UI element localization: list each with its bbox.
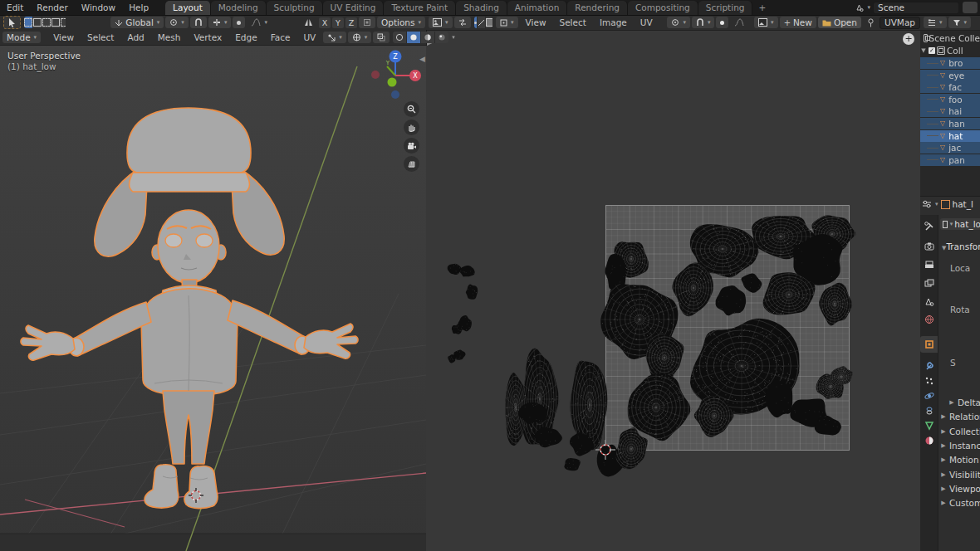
- scene-dropdown-arrow[interactable]: ▾: [867, 4, 870, 11]
- menu-render[interactable]: Render: [30, 0, 74, 15]
- browse-image-dropdown[interactable]: ▾: [754, 17, 778, 28]
- outliner-scene-collection[interactable]: Scene Colle: [920, 32, 980, 44]
- gizmo-z-neg[interactable]: [391, 90, 399, 99]
- uvmap-name-field[interactable]: UVMap: [880, 17, 920, 29]
- workspace-tab-animation[interactable]: Animation: [507, 1, 568, 15]
- properties-editor-icon[interactable]: [922, 200, 932, 208]
- gizmo-y-neg[interactable]: [388, 78, 397, 87]
- workspace-tab-scripting[interactable]: Scripting: [698, 1, 753, 15]
- mode-dropdown[interactable]: Mode▾: [2, 32, 41, 43]
- collection-checkbox[interactable]: ✓: [929, 47, 935, 54]
- snap-settings-dropdown[interactable]: ▾: [208, 17, 232, 28]
- properties-tab-particles[interactable]: [920, 373, 938, 389]
- properties-tab-world[interactable]: [920, 311, 938, 328]
- workspace-tab-compositing[interactable]: Compositing: [628, 1, 698, 15]
- options-dropdown[interactable]: Options▾: [377, 17, 425, 28]
- shading-dropdown-arrow[interactable]: ▾: [452, 34, 455, 41]
- show-overlays-dropdown[interactable]: ▾: [348, 32, 372, 43]
- proportional-falloff-dropdown[interactable]: ▾: [247, 17, 272, 28]
- shading-material-button[interactable]: [421, 32, 435, 43]
- select-set-button[interactable]: [24, 17, 33, 28]
- select-extend-button[interactable]: [33, 17, 42, 28]
- properties-tab-material[interactable]: [920, 432, 938, 449]
- workspace-tab-sculpting[interactable]: Sculpting: [267, 1, 323, 15]
- viewport-menu-uv[interactable]: UV: [296, 30, 322, 45]
- navigation-gizmo[interactable]: Z X Y: [371, 51, 421, 100]
- zoom-button[interactable]: [404, 101, 419, 117]
- outliner-object-jac[interactable]: ▽jac: [920, 142, 980, 154]
- viewport-menu-edge[interactable]: Edge: [228, 30, 263, 45]
- outliner-object-hat[interactable]: ▽hat: [920, 130, 980, 142]
- shading-rendered-button[interactable]: [435, 32, 448, 43]
- select-subtract-button[interactable]: [42, 17, 51, 28]
- snap-toggle-button[interactable]: [190, 17, 207, 28]
- select-intersect-button[interactable]: [61, 17, 66, 28]
- panel-instancin[interactable]: ▶Instancin: [940, 441, 980, 451]
- viewport-menu-vertex[interactable]: Vertex: [187, 30, 228, 45]
- properties-editor-dropdown[interactable]: ▾: [935, 201, 938, 207]
- uv-add-overlay-button[interactable]: +: [903, 33, 914, 45]
- pivot-point-dropdown[interactable]: ▾: [165, 17, 189, 28]
- panel-motion-pa[interactable]: ▶Motion Pa: [940, 455, 980, 465]
- new-scene-button[interactable]: [963, 2, 978, 13]
- viewport-3d[interactable]: Z X Y User Perspective (1) hat_low ◀: [0, 45, 427, 551]
- panel-custom-p[interactable]: ▶Custom P: [940, 498, 980, 508]
- properties-tab-object-data[interactable]: [920, 417, 938, 434]
- panel-delta-tr[interactable]: ▶Delta Tr: [948, 397, 980, 407]
- pin-image-icon[interactable]: [863, 17, 879, 28]
- uv-select-face-button[interactable]: [486, 17, 493, 28]
- viewport-menu-face[interactable]: Face: [264, 30, 297, 45]
- show-gizmo-dropdown[interactable]: ▾: [323, 32, 346, 43]
- viewport-menu-mesh[interactable]: Mesh: [151, 30, 188, 45]
- mirror-z-button[interactable]: Z: [345, 17, 357, 28]
- properties-tab-render[interactable]: [920, 238, 938, 255]
- panel-visibility[interactable]: ▶Visibility: [940, 470, 980, 480]
- xray-toggle-dropdown[interactable]: [373, 32, 390, 43]
- properties-tab-tool[interactable]: [920, 218, 938, 235]
- menu-help[interactable]: Help: [122, 0, 155, 15]
- mirror-x-button[interactable]: X: [319, 17, 331, 28]
- shading-solid-button[interactable]: [407, 32, 421, 43]
- open-image-button[interactable]: Open: [818, 17, 861, 28]
- uv-falloff-dropdown[interactable]: [730, 17, 748, 28]
- character-model[interactable]: [21, 108, 358, 509]
- panel-relations[interactable]: ▶Relations: [940, 412, 980, 422]
- outliner-object-eye[interactable]: ▽eye: [920, 70, 980, 81]
- uv-proportional-toggle[interactable]: [716, 17, 728, 28]
- viewport-menu-select[interactable]: Select: [81, 30, 120, 45]
- select-invert-button[interactable]: [51, 17, 61, 28]
- uv-select-edge-button[interactable]: [478, 17, 486, 28]
- toggle-perspective-button[interactable]: [404, 156, 419, 172]
- shading-wireframe-button[interactable]: [393, 32, 407, 43]
- mirror-y-button[interactable]: Y: [332, 17, 344, 28]
- proportional-edit-toggle[interactable]: [233, 17, 245, 28]
- outliner-collection[interactable]: ▼✓Coll: [920, 45, 980, 56]
- active-tool-button[interactable]: [3, 16, 21, 29]
- properties-tab-constraints[interactable]: [920, 402, 938, 419]
- uv-snap-toggle[interactable]: ▾: [692, 17, 715, 28]
- viewport-menu-add[interactable]: Add: [120, 30, 150, 45]
- pan-hand-button[interactable]: [404, 119, 419, 135]
- outliner-object-pan[interactable]: ▽pan: [920, 154, 980, 166]
- outliner-object-fac[interactable]: ▽fac: [920, 81, 980, 93]
- editor-type-dropdown[interactable]: ▾: [429, 17, 453, 28]
- uv-menu-view[interactable]: View: [519, 15, 553, 30]
- workspace-tab-rendering[interactable]: Rendering: [567, 1, 628, 15]
- panel-collectio[interactable]: ▶Collectio: [940, 427, 980, 436]
- workspace-tab-layout[interactable]: Layout: [165, 1, 211, 15]
- viewport-menu-view[interactable]: View: [47, 30, 81, 45]
- camera-view-button[interactable]: [404, 138, 419, 154]
- transform-orientation-dropdown[interactable]: Global▾: [110, 17, 164, 28]
- uv-sync-selection-toggle[interactable]: [454, 17, 471, 28]
- sidebar-collapse-arrow[interactable]: ◀: [419, 55, 425, 63]
- panel-viewport[interactable]: ▶Viewport: [940, 484, 980, 494]
- outliner-filter-dropdown[interactable]: ▾: [948, 17, 972, 28]
- outliner-object-hai[interactable]: ▽hai: [920, 105, 980, 117]
- properties-tab-scene[interactable]: [920, 294, 938, 310]
- properties-tab-view-layer[interactable]: [920, 276, 938, 292]
- scene-name-field[interactable]: Scene: [873, 2, 959, 14]
- add-workspace-button[interactable]: +: [752, 2, 772, 12]
- transform-panel-header[interactable]: ▼Transform: [942, 241, 980, 251]
- new-image-button[interactable]: +New: [780, 17, 816, 28]
- uv-pivot-dropdown[interactable]: ▾: [667, 17, 690, 28]
